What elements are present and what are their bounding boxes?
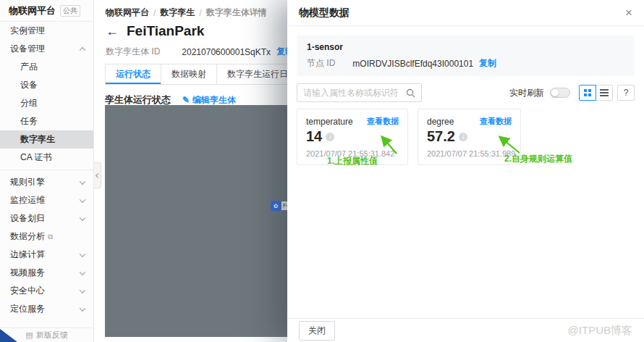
- grid-view-button[interactable]: [579, 85, 596, 101]
- sidebar-item-video-services[interactable]: 视频服务: [0, 264, 93, 282]
- chevron-down-icon: [80, 214, 85, 220]
- toolbar-right: 实时刷新 ?: [509, 85, 635, 101]
- sidebar-item-groups[interactable]: 分组: [0, 94, 93, 112]
- chevron-down-icon: [80, 269, 85, 275]
- chevron-up-icon: [80, 46, 85, 52]
- node-id-label: 节点 ID: [307, 57, 335, 70]
- drawer-title: 物模型数据: [299, 7, 349, 20]
- sensor-info-box: 1-sensor 节点 ID mOIRDVJISBclfEfdq43I00010…: [297, 36, 635, 76]
- sidebar-item-device-assignment[interactable]: 设备划归: [0, 209, 93, 228]
- product-title: 物联网平台: [9, 4, 56, 17]
- sidebar-collapse-handle[interactable]: [94, 162, 101, 188]
- sidebar-item-device-mgmt[interactable]: 设备管理: [0, 40, 93, 58]
- sidebar-header: 物联网平台 公共: [0, 0, 93, 22]
- page-title: FeiTianPark: [127, 23, 204, 39]
- info-icon[interactable]: i: [459, 133, 467, 141]
- edit-twin-label: 编辑孪生体: [192, 94, 236, 107]
- property-value: 57.2: [427, 128, 455, 145]
- chevron-down-icon: [80, 196, 85, 202]
- copy-node-id-link[interactable]: 复制: [479, 57, 496, 70]
- breadcrumb-link-digital-twin[interactable]: 数字孪生: [160, 7, 195, 19]
- sidebar-item-security-center[interactable]: 安全中心: [0, 282, 93, 300]
- property-timestamp: 2021/07/07 21:55:31.989: [427, 149, 512, 158]
- property-name: degree: [427, 117, 454, 127]
- toggle-knob: [551, 89, 559, 96]
- realtime-refresh-label: 实时刷新: [509, 87, 544, 99]
- close-button[interactable]: 关闭: [299, 321, 335, 341]
- node-icon: ✿: [271, 201, 281, 211]
- search-input[interactable]: [303, 88, 400, 98]
- sidebar-item-rules-engine[interactable]: 规则引擎: [0, 173, 93, 191]
- list-view-button[interactable]: [596, 85, 613, 101]
- info-icon[interactable]: i: [326, 133, 334, 141]
- view-data-link[interactable]: 查看数据: [480, 116, 512, 127]
- attribute-search-box: [297, 83, 422, 102]
- chevron-down-icon: [80, 251, 85, 256]
- realtime-refresh-toggle[interactable]: [550, 88, 570, 98]
- chevron-down-icon: [80, 178, 85, 184]
- edit-twin-link[interactable]: ✎ 编辑孪生体: [182, 94, 236, 107]
- external-link-icon: ⧉: [48, 233, 53, 241]
- sidebar-nav: 实例管理 设备管理 产品 设备 分组 任务 数字孪生 CA 证书 规则引擎 监控…: [0, 22, 93, 318]
- grid-view-icon: [584, 89, 591, 96]
- twin-id-label: 数字孪生体 ID: [106, 46, 160, 58]
- property-name: temperature: [306, 117, 353, 127]
- breadcrumb-link-platform[interactable]: 物联网平台: [106, 7, 149, 19]
- chevron-left-icon: [96, 172, 101, 178]
- help-button[interactable]: ?: [617, 85, 635, 101]
- breadcrumb-separator: /: [199, 8, 201, 18]
- thing-model-drawer: 物模型数据 × 1-sensor 节点 ID mOIRDVJISBclfEfdq…: [287, 0, 644, 342]
- back-arrow-icon[interactable]: ←: [106, 25, 119, 38]
- breadcrumb-separator: /: [153, 8, 156, 18]
- sidebar: 物联网平台 公共 实例管理 设备管理 产品 设备 分组 任务 数字孪生 CA 证…: [0, 0, 94, 342]
- sidebar-item-monitoring-ops[interactable]: 监控运维: [0, 191, 93, 209]
- tab-running-status[interactable]: 运行状态: [105, 64, 161, 84]
- sidebar-item-location-services[interactable]: 定位服务: [0, 300, 93, 318]
- drawer-header: 物模型数据 ×: [287, 0, 644, 26]
- property-cards: temperature 查看数据 14 i 2021/07/07 21:55:3…: [297, 109, 635, 165]
- sidebar-item-instance-mgmt[interactable]: 实例管理: [0, 22, 93, 40]
- search-icon[interactable]: [406, 88, 415, 98]
- property-value: 14: [306, 128, 322, 145]
- twin-id-value: 2021070600001SqKTx: [182, 47, 271, 57]
- sidebar-item-products[interactable]: 产品: [0, 58, 93, 76]
- sidebar-divider: [0, 170, 93, 170]
- sensor-id-row: 节点 ID mOIRDVJISBclfEfdq43I000101 复制: [307, 57, 624, 70]
- sidebar-item-digital-twin[interactable]: 数字孪生: [0, 130, 93, 149]
- property-card-degree: degree 查看数据 57.2 i 2021/07/07 21:55:31.9…: [418, 109, 521, 165]
- chevron-down-icon: [80, 305, 85, 311]
- feedback-label: 新版反馈: [36, 330, 68, 341]
- sidebar-item-tasks[interactable]: 任务: [0, 112, 93, 130]
- view-data-link[interactable]: 查看数据: [367, 116, 399, 127]
- sidebar-item-edge-computing[interactable]: 边缘计算: [0, 246, 93, 264]
- sidebar-item-ca-cert[interactable]: CA 证书: [0, 149, 93, 167]
- chevron-down-icon: [80, 287, 85, 293]
- drawer-footer: 关闭 @ITPUB博客: [287, 318, 644, 342]
- drawer-toolbar: 实时刷新 ?: [297, 83, 635, 102]
- watermark: @ITPUB博客: [568, 324, 632, 338]
- node-id-value: mOIRDVJISBclfEfdq43I000101: [352, 59, 473, 69]
- close-icon[interactable]: ×: [625, 7, 632, 19]
- property-timestamp: 2021/07/07 21:55:31.842: [306, 149, 399, 158]
- drawer-body: 1-sensor 节点 ID mOIRDVJISBclfEfdq43I00010…: [287, 26, 644, 165]
- feedback-icon: ▤: [25, 330, 33, 340]
- view-switcher: [579, 85, 613, 101]
- sidebar-item-devices[interactable]: 设备: [0, 76, 93, 94]
- tab-data-mapping[interactable]: 数据映射: [161, 64, 217, 84]
- property-card-temperature: temperature 查看数据 14 i 2021/07/07 21:55:3…: [297, 109, 408, 165]
- breadcrumb-current: 数字孪生体详情: [206, 7, 267, 19]
- list-view-icon: [600, 89, 609, 96]
- sensor-name: 1-sensor: [307, 42, 624, 52]
- public-badge: 公共: [60, 5, 80, 17]
- pencil-icon: ✎: [182, 95, 190, 105]
- app-root: 物联网平台 公共 实例管理 设备管理 产品 设备 分组 任务 数字孪生 CA 证…: [0, 0, 644, 342]
- corner-decoration: [0, 329, 17, 342]
- sidebar-item-data-analysis[interactable]: 数据分析⧉: [0, 228, 93, 246]
